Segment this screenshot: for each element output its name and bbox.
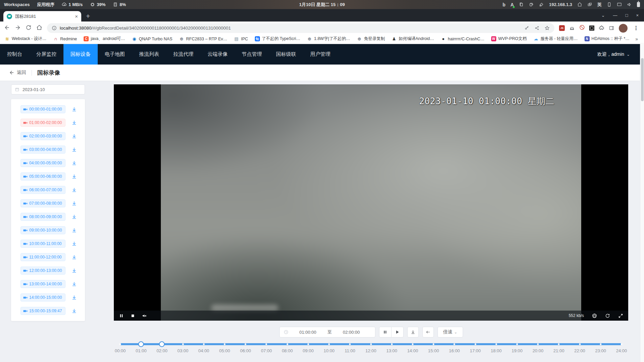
nav-item-1[interactable]: 分屏监控 [29, 44, 63, 65]
download-segment-button[interactable] [72, 295, 77, 300]
nav-item-7[interactable]: 节点管理 [235, 44, 269, 65]
applications-menu[interactable]: 应用程序 [37, 2, 54, 8]
bookmarks-overflow-button[interactable]: » [634, 36, 639, 42]
browser-back-button[interactable] [4, 25, 10, 32]
segment-tag[interactable]: 04:00:00-05:00:00 [20, 159, 65, 167]
bookmark-item[interactable]: ⊕1.8W字|了不起的… [307, 36, 350, 42]
download-segment-button[interactable] [72, 268, 77, 273]
windows-stack-icon[interactable] [587, 2, 592, 7]
nav-item-5[interactable]: 拉流代理 [166, 44, 200, 65]
timeline-handle[interactable] [159, 341, 165, 347]
ip-address[interactable]: 192.168.1.3 [549, 2, 572, 7]
timeline-handle[interactable] [138, 341, 144, 347]
segment-tag[interactable]: 03:00:00-04:00:00 [20, 146, 65, 154]
snapshot-aperture-icon[interactable] [592, 313, 597, 318]
segment-tag[interactable]: 10:00:00-11:00:00 [20, 240, 65, 248]
new-tab-button[interactable]: + [86, 12, 90, 19]
os-clock[interactable]: 1月10日 星期二 15：09 [299, 2, 345, 8]
browser-reload-button[interactable] [26, 25, 32, 32]
tab-search-icon[interactable]: ⌄ [601, 13, 605, 18]
screenshot-extension-icon[interactable] [589, 26, 594, 31]
scrollbar-thumb[interactable] [641, 58, 644, 101]
download-segment-button[interactable] [72, 228, 77, 233]
segment-tag[interactable]: 00:00:00-01:00:00 [20, 105, 65, 113]
coffee-icon[interactable] [529, 2, 534, 7]
play-button[interactable] [391, 327, 404, 337]
back-button[interactable]: 返回 [9, 70, 26, 76]
bookmark-item[interactable]: ♟如何编译Android… [392, 36, 434, 42]
password-key-icon[interactable] [524, 26, 530, 31]
browser-forward-button[interactable] [15, 25, 21, 32]
player-pause-icon[interactable] [119, 313, 124, 318]
extensions-puzzle-icon[interactable] [599, 25, 604, 31]
browser-tab[interactable]: 国标28181 × [3, 11, 81, 22]
url-text[interactable]: localhost:38080/#/gbRecordDetail/3402000… [60, 26, 231, 31]
home-icon[interactable] [577, 2, 582, 7]
segment-tag[interactable]: 05:00:00-06:00:00 [20, 172, 65, 180]
color-picker-icon[interactable] [539, 2, 544, 7]
nav-item-3[interactable]: 电子地图 [98, 44, 132, 65]
segment-tag[interactable]: 15:00:00-15:09:47 [20, 307, 65, 315]
share-icon[interactable] [535, 26, 540, 31]
site-info-icon[interactable] [52, 26, 57, 31]
js-extension-icon[interactable]: JS [559, 25, 565, 31]
time-range-input[interactable]: 01:00:00 至 02:00:00 [279, 327, 375, 337]
download-segment-button[interactable] [72, 174, 77, 179]
refresh-icon[interactable] [605, 313, 610, 318]
bookmark-item[interactable]: 知了不起的 TypeScri… [255, 36, 301, 42]
date-picker[interactable]: 2023-01-10 [11, 84, 85, 94]
bookmark-item[interactable]: ●hairrrrr/C-CrashC… [441, 36, 485, 41]
bookmark-item[interactable]: ≋Webstack - 设计… [5, 36, 46, 42]
workspaces-button[interactable]: Workspaces [4, 2, 30, 7]
nav-item-9[interactable]: 用户管理 [303, 44, 337, 65]
player-stop-icon[interactable] [130, 313, 135, 318]
browser-menu-button[interactable]: ⋮ [632, 25, 640, 31]
segment-tag[interactable]: 07:00:00-08:00:00 [20, 199, 65, 207]
bookmark-item[interactable]: WWVP-PRO文档 [491, 36, 527, 42]
download-segment-button[interactable] [72, 147, 77, 152]
video-player[interactable]: 2023-01-10 01:00:00 星期二 552 kb/s [114, 84, 628, 321]
profile-avatar[interactable] [619, 24, 628, 33]
input-method-indicator[interactable]: 英 [597, 2, 602, 8]
segment-tag[interactable]: 02:00:00-03:00:00 [20, 132, 65, 140]
download-segment-button[interactable] [72, 187, 77, 193]
nav-item-2[interactable]: 国标设备 [63, 44, 98, 65]
segment-tag[interactable]: 09:00:00-10:00:00 [20, 226, 65, 234]
bookmark-item[interactable]: ⊕免登录复制 [357, 36, 385, 42]
browser-home-button[interactable] [36, 25, 42, 32]
download-segment-button[interactable] [72, 214, 77, 219]
nav-item-6[interactable]: 云端录像 [200, 44, 235, 65]
segment-tag[interactable]: 06:00:00-07:00:00 [20, 186, 65, 194]
download-segment-button[interactable] [72, 254, 77, 260]
display-icon[interactable] [617, 2, 622, 7]
nav-item-0[interactable]: 控制台 [0, 44, 29, 65]
download-segment-button[interactable] [72, 120, 77, 125]
fullscreen-icon[interactable] [618, 313, 623, 318]
bing-icon[interactable]: b [503, 2, 506, 7]
download-segment-button[interactable] [72, 308, 77, 314]
window-close-button[interactable]: × [636, 13, 639, 18]
bookmark-item[interactable]: ∩Redmine [53, 36, 77, 41]
segment-tag[interactable]: 11:00:00-12:00:00 [20, 253, 65, 261]
download-segment-button[interactable] [72, 133, 77, 139]
page-scrollbar[interactable] [640, 44, 644, 362]
tab-close-button[interactable]: × [75, 14, 78, 19]
user-menu[interactable]: 欢迎，admin ⌄ [597, 44, 640, 65]
speed-dropdown[interactable]: 倍速 ⌄ [438, 327, 463, 337]
segment-tag[interactable]: 08:00:00-09:00:00 [20, 213, 65, 221]
bookmark-star-icon[interactable] [545, 26, 550, 31]
bookmark-item[interactable]: ▤IPC [234, 36, 248, 41]
bookmark-item[interactable]: ☁服务器 - 轻量应用… [534, 36, 578, 42]
segment-tag-active[interactable]: 01:00:00-02:00:00 [20, 119, 65, 127]
nav-item-8[interactable]: 国标级联 [269, 44, 303, 65]
segment-tag[interactable]: 14:00:00-15:00:00 [20, 293, 65, 301]
bookmark-item[interactable]: ⊕RFC2833 – RTP Ev… [179, 36, 227, 41]
download-button[interactable] [407, 327, 419, 337]
player-mute-icon[interactable] [142, 313, 147, 318]
bookmark-item[interactable]: ◉QNAP Turbo NAS [132, 36, 172, 41]
bookmark-item[interactable]: Cjava、android可… [84, 36, 125, 42]
end-time-value[interactable]: 02:00:00 [332, 330, 371, 335]
download-segment-button[interactable] [72, 107, 77, 112]
clipboard-icon[interactable] [519, 2, 524, 7]
sidebar-extension-icon[interactable] [609, 25, 614, 31]
